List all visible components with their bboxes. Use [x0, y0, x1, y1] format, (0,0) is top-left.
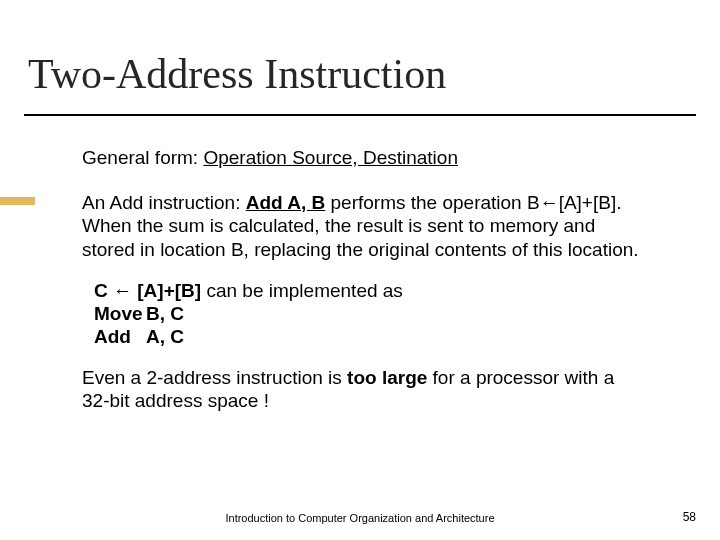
title-rule [24, 114, 696, 116]
impl-line2: MoveB, C [94, 302, 640, 325]
impl-tail: can be implemented as [201, 280, 403, 301]
impl-rhs: [A]+[B] [132, 280, 201, 301]
accent-bar [0, 197, 35, 205]
note-t1: Even a 2-address instruction is [82, 367, 347, 388]
impl-line1: C ← [A]+[B] can be implemented as [94, 279, 640, 302]
left-arrow-icon: ← [540, 192, 559, 213]
note-bold: too large [347, 367, 427, 388]
implementation-block: C ← [A]+[B] can be implemented as MoveB,… [94, 279, 640, 349]
impl-l2-op: Move [94, 302, 146, 325]
impl-lhs: C [94, 280, 113, 301]
impl-l3-op: Add [94, 325, 146, 348]
add-paragraph: An Add instruction: Add A, B performs th… [82, 191, 640, 261]
general-form-text: Operation Source, Destination [203, 147, 458, 168]
slide-title: Two-Address Instruction [28, 50, 446, 98]
note-line: Even a 2-address instruction is too larg… [82, 366, 640, 412]
para-t2: performs the operation B [325, 192, 539, 213]
general-label: General form: [82, 147, 203, 168]
para-bold1: Add A, B [246, 192, 326, 213]
left-arrow-icon: ← [113, 280, 132, 301]
page-number: 58 [683, 510, 696, 524]
impl-l2-args: B, C [146, 303, 184, 324]
general-form-line: General form: Operation Source, Destinat… [82, 146, 640, 169]
impl-line3: AddA, C [94, 325, 640, 348]
impl-l3-args: A, C [146, 326, 184, 347]
body-content: General form: Operation Source, Destinat… [82, 146, 640, 413]
para-t1: An Add instruction: [82, 192, 246, 213]
footer-center: Introduction to Computer Organization an… [0, 512, 720, 524]
